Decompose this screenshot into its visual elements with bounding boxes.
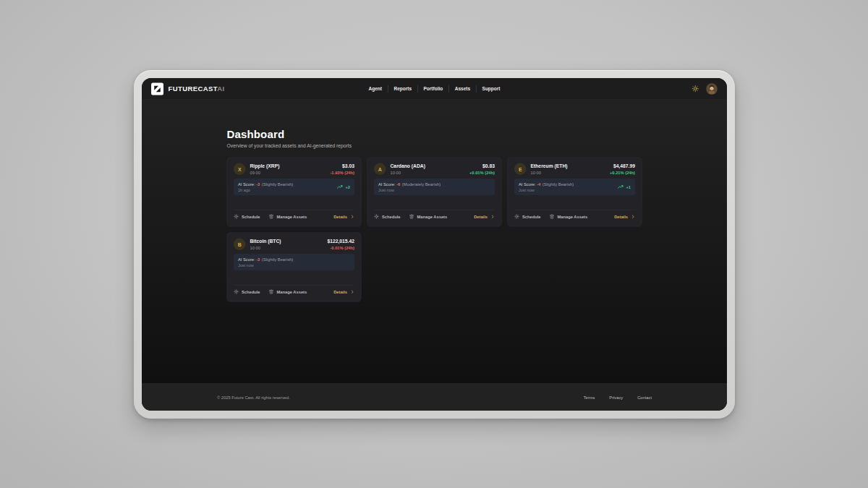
trash-icon xyxy=(269,214,274,219)
brand-name-suffix: AI xyxy=(217,85,224,93)
chevron-right-icon xyxy=(631,215,636,219)
asset-name: Cardano (ADA) xyxy=(391,163,425,169)
chevron-right-icon xyxy=(351,290,355,294)
trend-up-icon xyxy=(618,185,624,189)
asset-name: Bitcoin (BTC) xyxy=(250,239,281,244)
details-label: Details xyxy=(614,215,628,219)
ai-score-value: -3 xyxy=(256,257,260,262)
header-actions xyxy=(692,83,718,95)
ai-score-label: AI Score: xyxy=(519,182,536,187)
asset-icon: B xyxy=(234,239,246,251)
ai-score-sentiment: (Slightly Bearish) xyxy=(542,182,574,187)
manage-assets-button[interactable]: Manage Assets xyxy=(269,214,307,219)
asset-icon: X xyxy=(234,163,246,176)
details-label: Details xyxy=(474,215,488,219)
footer-links: Terms Privacy Contact xyxy=(584,395,652,400)
asset-card-xrp: X Ripple (XRP) 09:00 $3.03 -1.93% (24h) xyxy=(227,158,362,227)
page-title: Dashboard xyxy=(227,128,642,140)
asset-name: Ripple (XRP) xyxy=(250,163,280,169)
trend-delta: +2 xyxy=(345,185,350,189)
manage-assets-button[interactable]: Manage Assets xyxy=(269,289,307,294)
trend-up-icon xyxy=(337,185,344,189)
ai-score-sentiment: (Slightly Bearish) xyxy=(262,182,293,187)
page-subtitle: Overview of your tracked assets and AI-g… xyxy=(227,143,642,149)
manage-assets-label: Manage Assets xyxy=(417,215,448,219)
asset-price: $0.83 xyxy=(469,163,495,169)
nav-item-assets[interactable]: Assets xyxy=(448,85,476,93)
page-footer: © 2025 Future Cast. All rights reserved.… xyxy=(142,384,727,411)
asset-price: $4,487.99 xyxy=(610,163,635,169)
ai-score-label: AI Score: xyxy=(378,182,396,187)
details-button[interactable]: Details xyxy=(474,215,495,219)
top-navigation-bar: FUTURECASTAI Agent Reports Portfolio Ass… xyxy=(142,78,727,100)
asset-price: $3.03 xyxy=(330,163,354,169)
card-actions: Schedule Manage Assets Details xyxy=(374,210,495,219)
manage-assets-button[interactable]: Manage Assets xyxy=(409,214,448,219)
nav-item-agent[interactable]: Agent xyxy=(363,85,388,93)
asset-change: -0.01% (24h) xyxy=(327,246,354,250)
details-label: Details xyxy=(333,290,347,294)
updated-time: 1h ago xyxy=(238,188,293,192)
schedule-label: Schedule xyxy=(242,290,260,294)
ai-score-sentiment: (Moderately Bearish) xyxy=(402,182,441,187)
schedule-button[interactable]: Schedule xyxy=(514,214,541,219)
details-button[interactable]: Details xyxy=(614,215,635,219)
updated-time: Just now xyxy=(378,188,441,192)
manage-assets-label: Manage Assets xyxy=(277,290,307,294)
gear-icon xyxy=(374,214,379,219)
nav-item-reports[interactable]: Reports xyxy=(388,85,417,93)
brand-name: FUTURECASTAI xyxy=(169,85,225,93)
details-button[interactable]: Details xyxy=(333,290,354,294)
avatar-photo xyxy=(707,83,718,94)
asset-change: +0.21% (24h) xyxy=(610,171,635,175)
trend-delta: +1 xyxy=(626,185,631,189)
copyright-text: © 2025 Future Cast. All rights reserved. xyxy=(217,395,290,400)
score-trend: +1 xyxy=(618,185,631,189)
ai-score-panel: AI Score:-4(Slightly Bearish) Just now +… xyxy=(514,179,635,195)
user-avatar[interactable] xyxy=(706,83,718,95)
asset-card-eth: E Ethereum (ETH) 10:00 $4,487.99 +0.21% … xyxy=(508,158,642,227)
app-window: FUTURECASTAI Agent Reports Portfolio Ass… xyxy=(134,70,735,419)
main-nav: Agent Reports Portfolio Assets Support xyxy=(363,85,506,93)
futurecast-mark-icon xyxy=(151,82,163,95)
ai-score-label: AI Score: xyxy=(238,257,255,262)
asset-card-ada: A Cardano (ADA) 10:00 $0.83 +0.01% (24h) xyxy=(367,158,502,227)
sun-icon xyxy=(692,85,699,93)
schedule-button[interactable]: Schedule xyxy=(374,214,401,219)
gear-icon xyxy=(234,289,239,294)
schedule-button[interactable]: Schedule xyxy=(234,214,260,219)
asset-change: +0.01% (24h) xyxy=(469,171,495,175)
main-content: Dashboard Overview of your tracked asset… xyxy=(142,100,727,384)
gear-icon xyxy=(234,214,239,219)
manage-assets-button[interactable]: Manage Assets xyxy=(550,214,588,219)
trash-icon xyxy=(269,289,274,294)
card-actions: Schedule Manage Assets Details xyxy=(234,285,354,294)
footer-link-privacy[interactable]: Privacy xyxy=(609,395,623,400)
footer-link-terms[interactable]: Terms xyxy=(584,395,595,400)
manage-assets-label: Manage Assets xyxy=(277,215,307,219)
ai-score-panel: AI Score:-6(Moderately Bearish) Just now xyxy=(374,179,495,195)
schedule-label: Schedule xyxy=(382,215,401,219)
ai-score-panel: AI Score:-3(Slightly Bearish) 1h ago +2 xyxy=(234,179,354,195)
trash-icon xyxy=(550,214,555,219)
brand-logo: FUTURECASTAI xyxy=(151,82,224,95)
details-button[interactable]: Details xyxy=(333,215,354,219)
asset-icon: A xyxy=(374,163,386,176)
updated-time: Just now xyxy=(238,263,293,267)
ai-score-sentiment: (Slightly Bearish) xyxy=(262,257,293,262)
ai-score-value: -3 xyxy=(256,182,260,187)
asset-report-time: 10:00 xyxy=(391,171,425,175)
chevron-right-icon xyxy=(491,215,495,219)
details-label: Details xyxy=(333,215,347,219)
nav-item-support[interactable]: Support xyxy=(476,85,506,93)
manage-assets-label: Manage Assets xyxy=(558,215,588,219)
card-actions: Schedule Manage Assets Details xyxy=(234,210,354,219)
footer-link-contact[interactable]: Contact xyxy=(637,395,652,400)
ai-score-panel: AI Score:-3(Slightly Bearish) Just now xyxy=(234,254,354,270)
nav-item-portfolio[interactable]: Portfolio xyxy=(417,85,448,93)
theme-toggle-button[interactable] xyxy=(692,85,699,93)
asset-report-time: 10:00 xyxy=(531,171,568,175)
asset-report-time: 10:00 xyxy=(250,246,281,250)
asset-change: -1.93% (24h) xyxy=(330,171,354,175)
schedule-button[interactable]: Schedule xyxy=(234,289,260,294)
